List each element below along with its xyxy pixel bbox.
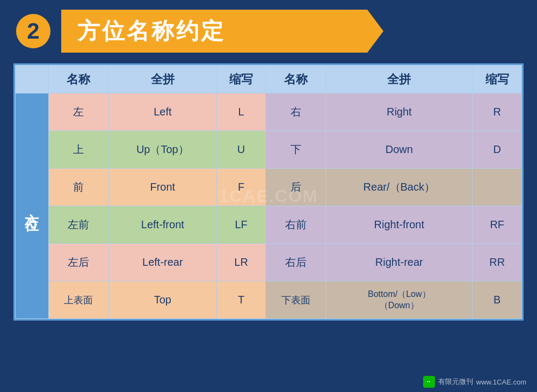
col-header-pinyin1: 全拼 [108,66,216,93]
website: www.1CAE.com [476,378,526,386]
name-right-4: 右前 [266,206,326,244]
company-name: 有限元微刊 [438,377,473,387]
pinyin-left-2: Up（Top） [108,131,216,169]
name-left-6: 上表面 [49,281,109,319]
col-header-pinyin2: 全拼 [326,66,473,93]
pinyin-right-6: Bottom/（Low）（Down） [326,281,473,319]
pinyin-right-2: Down [326,131,473,169]
col-header-abbr2: 缩写 [473,66,522,93]
name-left-2: 上 [49,131,109,169]
name-left-3: 前 [49,169,109,206]
pinyin-left-5: Left-rear [108,244,216,281]
abbr-right-1: R [473,93,522,131]
abbr-left-5: LR [216,244,266,281]
table-row: 上 Up（Top） U 下 Down D [16,131,522,169]
name-right-5: 右后 [266,244,326,281]
abbr-right-6: B [473,281,522,319]
table-row: 前 Front F 后 Rear/（Back） [16,169,522,206]
col-header-name2: 名称 [266,66,326,93]
pinyin-right-3: Rear/（Back） [326,169,473,206]
direction-table: 名称 全拼 缩写 名称 全拼 缩写 方位 左 Left L 右 Right R … [15,65,522,319]
table-header-row: 名称 全拼 缩写 名称 全拼 缩写 [16,66,522,93]
pinyin-left-4: Left-front [108,206,216,244]
pinyin-right-5: Right-rear [326,244,473,281]
abbr-left-3: F [216,169,266,206]
name-right-6: 下表面 [266,281,326,319]
table-row: 左后 Left-rear LR 右后 Right-rear RR [16,244,522,281]
name-left-1: 左 [49,93,109,131]
fangwei-cell: 方位 [16,93,49,319]
section-title-banner: 方位名称约定 [61,10,383,53]
footer: 有限元微刊 www.1CAE.com [423,376,526,388]
abbr-right-2: D [473,131,522,169]
pinyin-right-4: Right-front [326,206,473,244]
name-right-1: 右 [266,93,326,131]
data-table-container: 名称 全拼 缩写 名称 全拼 缩写 方位 左 Left L 右 Right R … [13,63,524,321]
name-left-4: 左前 [49,206,109,244]
pinyin-left-1: Left [108,93,216,131]
table-row: 左前 Left-front LF 右前 Right-front RF [16,206,522,244]
section-number: 2 [16,14,50,48]
page-header: 2 方位名称约定 [0,0,537,58]
abbr-left-6: T [216,281,266,319]
abbr-right-5: RR [473,244,522,281]
section-title: 方位名称约定 [77,18,226,43]
fangwei-header [16,66,49,93]
abbr-left-2: U [216,131,266,169]
col-header-name1: 名称 [49,66,109,93]
name-left-5: 左后 [49,244,109,281]
table-row: 方位 左 Left L 右 Right R [16,93,522,131]
abbr-right-4: RF [473,206,522,244]
col-header-abbr1: 缩写 [216,66,266,93]
pinyin-right-1: Right [326,93,473,131]
table-row: 上表面 Top T 下表面 Bottom/（Low）（Down） B [16,281,522,319]
name-right-2: 下 [266,131,326,169]
pinyin-left-6: Top [108,281,216,319]
wechat-icon [423,376,435,388]
abbr-right-3 [473,169,522,206]
pinyin-left-3: Front [108,169,216,206]
abbr-left-4: LF [216,206,266,244]
name-right-3: 后 [266,169,326,206]
abbr-left-1: L [216,93,266,131]
